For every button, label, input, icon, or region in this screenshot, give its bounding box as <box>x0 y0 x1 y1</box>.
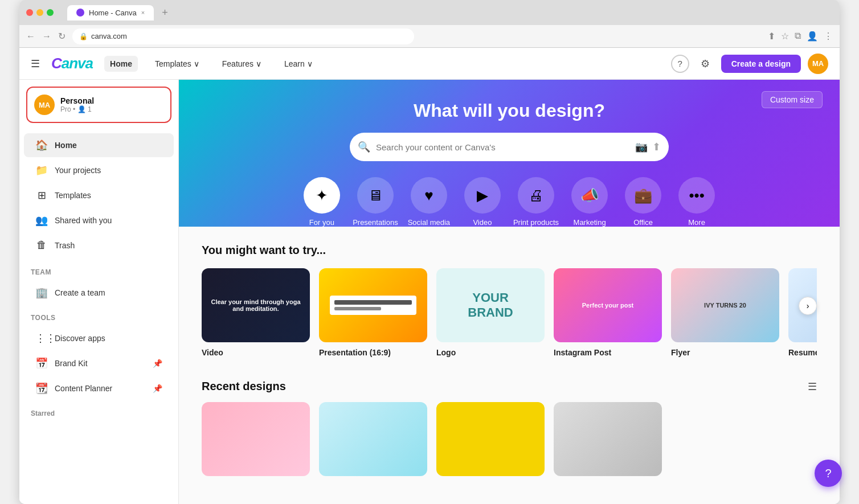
content-area: Custom size What will you design? 🔍 📷 ⬆ … <box>179 80 840 504</box>
content-planner-left: 📆 Content Planner <box>35 382 112 395</box>
try-cards-wrapper: Clear your mind through yoga and meditat… <box>202 268 817 357</box>
help-fab-button[interactable]: ? <box>815 460 842 487</box>
category-more[interactable]: ••• More <box>674 177 719 227</box>
try-card-logo[interactable]: YOURBRAND Logo <box>436 268 545 357</box>
category-circle-social-media: ♥ <box>411 177 447 214</box>
close-dot[interactable] <box>26 9 33 16</box>
address-bar: ← → ↻ 🔒 canva.com ⬆ ☆ ⧉ 👤 ⋮ <box>19 25 840 48</box>
search-bar[interactable]: 🔍 📷 ⬆ <box>350 133 669 161</box>
sidebar-item-brand-kit[interactable]: 📅 Brand Kit 📌 <box>24 351 174 375</box>
sidebar-item-projects[interactable]: 📁 Your projects <box>24 158 174 182</box>
templates-icon: ⊞ <box>35 189 48 202</box>
canva-logo[interactable]: Canva <box>51 55 93 72</box>
recent-card-4[interactable] <box>554 402 662 476</box>
url-text: canva.com <box>91 32 127 40</box>
share-icon[interactable]: ⬆ <box>768 31 775 42</box>
scroll-right-button[interactable]: › <box>799 297 817 315</box>
custom-size-button[interactable]: Custom size <box>762 91 823 108</box>
category-presentations[interactable]: 🖥 Presentations <box>353 177 398 227</box>
category-label-social-media: Social media <box>408 218 450 227</box>
category-circle-video: ▶ <box>464 177 501 214</box>
sidebar-item-home[interactable]: 🏠 Home <box>24 133 174 157</box>
top-nav: ☰ Canva Home Templates ∨ Features ∨ Lear… <box>19 48 840 80</box>
minimize-dot[interactable] <box>36 9 43 16</box>
browser-tab[interactable]: Home - Canva × <box>67 5 154 21</box>
help-button[interactable]: ? <box>671 55 689 73</box>
recent-card-3[interactable] <box>436 402 545 476</box>
category-office[interactable]: 💼 Office <box>620 177 666 227</box>
trash-icon: 🗑 <box>35 239 48 251</box>
sidebar-item-create-team[interactable]: 🏢 Create a team <box>24 281 174 305</box>
tab-title: Home - Canva <box>89 9 137 17</box>
sidebar-item-content-planner[interactable]: 📆 Content Planner 📌 <box>24 376 174 400</box>
recent-cards <box>202 402 817 476</box>
pres-card-inner <box>330 296 416 315</box>
category-circle-presentations: 🖥 <box>357 177 394 214</box>
recent-card-1[interactable] <box>202 402 310 476</box>
user-avatar[interactable]: MA <box>808 54 828 74</box>
sidebar-item-trash[interactable]: 🗑 Trash <box>24 233 174 257</box>
nav-home[interactable]: Home <box>104 56 138 72</box>
create-team-label: Create a team <box>55 288 105 297</box>
tools-section-label: Tools <box>19 306 178 325</box>
try-card-video[interactable]: Clear your mind through yoga and meditat… <box>202 268 310 357</box>
tab-close-button[interactable]: × <box>141 9 145 16</box>
search-input[interactable] <box>376 142 629 152</box>
settings-button[interactable]: ⚙ <box>696 55 714 73</box>
folder-icon: 📁 <box>35 164 48 177</box>
sidebar-item-shared[interactable]: 👥 Shared with you <box>24 208 174 232</box>
bookmark-icon[interactable]: ☆ <box>781 31 789 42</box>
sidebar-nav: 🏠 Home 📁 Your projects ⊞ Templates 👥 Sha… <box>19 130 178 260</box>
templates-chevron-icon: ∨ <box>194 59 199 68</box>
brand-kit-pin-icon: 📌 <box>153 359 162 368</box>
account-card[interactable]: MA Personal Pro • 👤 1 <box>26 87 171 123</box>
flyer-card-text: IVY TURNS 20 <box>704 302 746 309</box>
recent-section-header: Recent designs ☰ <box>202 380 817 393</box>
account-name: Personal <box>60 96 94 105</box>
try-section-title: You might want to try... <box>202 244 817 257</box>
nav-learn[interactable]: Learn ∨ <box>279 56 318 72</box>
try-card-instagram[interactable]: Perfect your post Instagram Post <box>554 268 662 357</box>
nav-templates[interactable]: Templates ∨ <box>149 56 205 72</box>
category-video[interactable]: ▶ Video <box>460 177 505 227</box>
category-marketing[interactable]: 📣 Marketing <box>567 177 612 227</box>
category-circle-more: ••• <box>678 177 715 214</box>
list-view-button[interactable]: ☰ <box>808 380 817 393</box>
create-design-button[interactable]: Create a design <box>721 55 801 73</box>
hamburger-menu[interactable]: ☰ <box>31 58 40 70</box>
new-tab-button[interactable]: + <box>162 7 168 19</box>
recent-card-2[interactable] <box>319 402 427 476</box>
category-for-you[interactable]: ✦ For you <box>299 177 345 227</box>
try-card-flyer-thumb: IVY TURNS 20 <box>671 268 779 342</box>
url-box[interactable]: 🔒 canva.com <box>72 28 414 44</box>
category-print[interactable]: 🖨 Print products <box>513 177 559 227</box>
forward-button[interactable]: → <box>42 31 51 42</box>
try-card-presentation-label: Presentation (16:9) <box>319 348 427 357</box>
extension-icon[interactable]: ⧉ <box>795 31 801 42</box>
sidebar-templates-label: Templates <box>55 191 91 200</box>
profile-icon[interactable]: 👤 <box>807 31 818 42</box>
recent-section-title: Recent designs <box>202 380 286 393</box>
menu-icon[interactable]: ⋮ <box>824 31 833 42</box>
try-card-presentation[interactable]: Presentation (16:9) <box>319 268 427 357</box>
try-card-video-label: Video <box>202 348 310 357</box>
search-icon: 🔍 <box>358 141 370 153</box>
nav-features[interactable]: Features ∨ <box>216 56 267 72</box>
camera-icon[interactable]: 📷 <box>635 141 648 153</box>
app-container: ☰ Canva Home Templates ∨ Features ∨ Lear… <box>19 48 840 504</box>
try-card-flyer[interactable]: IVY TURNS 20 Flyer <box>671 268 779 357</box>
maximize-dot[interactable] <box>47 9 54 16</box>
brand-kit-left: 📅 Brand Kit <box>35 357 88 370</box>
browser-actions: ⬆ ☆ ⧉ 👤 ⋮ <box>768 31 833 42</box>
content-planner-label: Content Planner <box>55 384 112 393</box>
category-circle-print: 🖨 <box>518 177 554 214</box>
sidebar-item-templates[interactable]: ⊞ Templates <box>24 183 174 207</box>
category-circle-marketing: 📣 <box>571 177 608 214</box>
main-content: You might want to try... Clear your mind… <box>179 227 840 493</box>
sidebar-item-discover-apps[interactable]: ⋮⋮ Discover apps <box>24 326 174 350</box>
upload-icon[interactable]: ⬆ <box>652 141 661 153</box>
refresh-button[interactable]: ↻ <box>58 31 66 42</box>
back-button[interactable]: ← <box>26 31 35 42</box>
try-card-video-thumb: Clear your mind through yoga and meditat… <box>202 268 310 342</box>
category-social-media[interactable]: ♥ Social media <box>406 177 452 227</box>
